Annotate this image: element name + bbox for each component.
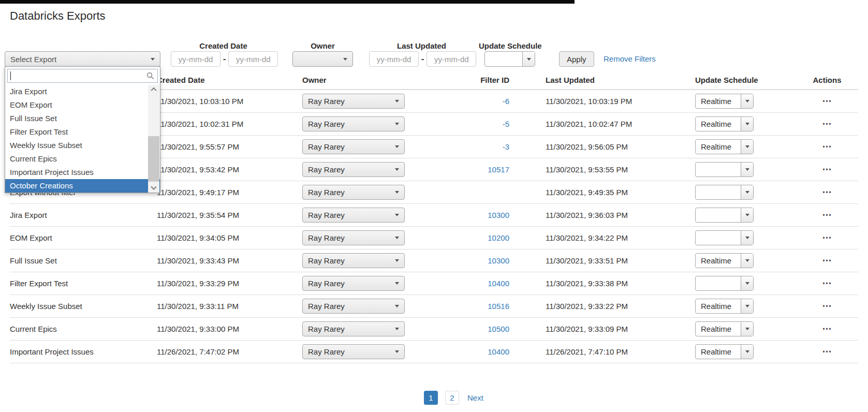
chevron-down-icon: [395, 214, 399, 216]
chevron-down-icon: [395, 168, 399, 171]
update-schedule-value: Realtime: [696, 254, 741, 268]
page-button-1[interactable]: 1: [424, 391, 438, 405]
update-schedule-select[interactable]: Realtime: [695, 321, 754, 336]
update-schedule-select[interactable]: Realtime: [695, 344, 754, 359]
export-option[interactable]: Filter Export Test: [5, 125, 160, 139]
last-updated: 11/30/2021, 9:36:03 PM: [546, 211, 628, 219]
filter-id-link[interactable]: -3: [503, 142, 509, 151]
filter-id-link[interactable]: 10400: [488, 347, 509, 356]
owner-value: Ray Rarey: [308, 325, 345, 333]
owner-select[interactable]: Ray Rarey: [302, 276, 405, 291]
owner-filter-select[interactable]: [292, 51, 353, 67]
row-actions-button[interactable]: ⋯: [822, 346, 832, 357]
export-option[interactable]: Jira Export: [5, 85, 160, 98]
owner-select[interactable]: Ray Rarey: [302, 299, 405, 314]
export-options-list: Jira ExportEOM ExportFull Issue SetFilte…: [5, 85, 160, 193]
export-option[interactable]: Full Issue Set: [5, 112, 160, 125]
owner-select[interactable]: Ray Rarey: [302, 94, 405, 109]
created-date: 11/30/2021, 9:33:00 PM: [157, 325, 239, 333]
row-actions-button[interactable]: ⋯: [822, 323, 832, 334]
export-search-input[interactable]: [7, 69, 158, 83]
owner-select[interactable]: Ray Rarey: [302, 162, 405, 177]
next-page-link[interactable]: Next: [467, 393, 483, 402]
owner-select[interactable]: Ray Rarey: [302, 208, 405, 223]
filter-id-link[interactable]: 10400: [488, 279, 509, 288]
created-date-cell: 11/30/2021, 9:53:42 PM: [157, 158, 302, 181]
filter-id-link[interactable]: -6: [503, 97, 509, 106]
row-actions-button[interactable]: ⋯: [822, 96, 832, 106]
owner-select[interactable]: Ray Rarey: [302, 321, 405, 336]
filter-id-link[interactable]: 10500: [488, 325, 509, 333]
update-schedule-select[interactable]: [695, 162, 754, 177]
export-name: Filter Export Test: [10, 279, 68, 288]
chevron-down-icon: [395, 237, 399, 239]
export-option[interactable]: EOM Export: [5, 98, 160, 112]
update-schedule-value: Realtime: [696, 140, 741, 154]
update-schedule-select[interactable]: [695, 276, 754, 291]
update-schedule-select[interactable]: Realtime: [695, 253, 754, 268]
remove-filters-link[interactable]: Remove Filters: [604, 54, 656, 63]
scroll-down-icon[interactable]: [148, 184, 159, 193]
update-schedule-filter-select[interactable]: [484, 51, 535, 67]
actions-cell: ⋯: [796, 249, 858, 272]
owner-select[interactable]: Ray Rarey: [302, 185, 405, 200]
page-button-2[interactable]: 2: [445, 391, 459, 405]
update-schedule-value: [696, 208, 741, 222]
update-schedule-value: [696, 276, 741, 290]
created-date-from-input[interactable]: [171, 51, 220, 67]
owner-cell: Ray Rarey: [302, 203, 477, 226]
update-schedule-select[interactable]: Realtime: [695, 94, 754, 109]
row-actions-button[interactable]: ⋯: [822, 119, 832, 129]
filter-id-link[interactable]: -5: [503, 120, 509, 128]
row-actions-button[interactable]: ⋯: [822, 187, 832, 197]
dropdown-scrollbar[interactable]: [148, 85, 159, 193]
owner-select[interactable]: Ray Rarey: [302, 253, 405, 268]
export-option[interactable]: Important Project Issues: [5, 166, 160, 179]
last-updated-from-input[interactable]: [369, 51, 419, 67]
select-export-placeholder: Select Export: [10, 55, 56, 64]
row-actions-button[interactable]: ⋯: [822, 278, 832, 288]
update-schedule-select[interactable]: Realtime: [695, 116, 754, 131]
owner-value: Ray Rarey: [308, 233, 345, 242]
row-actions-button[interactable]: ⋯: [822, 164, 832, 174]
export-option[interactable]: Weekly Issue Subset: [5, 139, 160, 152]
created-date-to-input[interactable]: [228, 51, 278, 67]
select-export-dropdown[interactable]: Select Export: [5, 51, 160, 67]
last-updated-range: -: [369, 51, 476, 67]
owner-select[interactable]: Ray Rarey: [302, 116, 405, 131]
owner-value: Ray Rarey: [308, 302, 345, 311]
row-actions-button[interactable]: ⋯: [822, 232, 832, 243]
export-option[interactable]: Current Epics: [5, 152, 160, 166]
update-schedule-select[interactable]: Realtime: [695, 139, 754, 154]
col-header-owner: Owner: [302, 72, 477, 90]
filter-id-link[interactable]: 10300: [488, 211, 509, 219]
export-option[interactable]: October Creations: [5, 179, 160, 193]
row-actions-button[interactable]: ⋯: [822, 255, 832, 266]
created-date: 11/30/2021, 9:53:42 PM: [157, 165, 239, 174]
update-schedule-select[interactable]: [695, 185, 754, 200]
scroll-up-icon[interactable]: [148, 85, 159, 94]
owner-select[interactable]: Ray Rarey: [302, 230, 405, 245]
chevron-down-icon: [395, 328, 399, 330]
filter-id-link[interactable]: 10300: [488, 256, 509, 265]
owner-select[interactable]: Ray Rarey: [302, 139, 405, 154]
export-search-box: [5, 69, 160, 85]
apply-button[interactable]: Apply: [559, 51, 594, 67]
update-schedule-select[interactable]: [695, 208, 754, 223]
row-actions-button[interactable]: ⋯: [822, 210, 832, 220]
update-schedule-select[interactable]: Realtime: [695, 299, 754, 314]
select-export-panel: Jira ExportEOM ExportFull Issue SetFilte…: [5, 66, 160, 193]
chevron-down-icon: [741, 94, 753, 108]
scrollbar-thumb[interactable]: [148, 136, 159, 182]
filter-id-link[interactable]: 10516: [488, 302, 509, 311]
update-schedule-value: [696, 163, 741, 176]
chevron-down-icon: [741, 345, 753, 359]
last-updated-cell: 11/30/2021, 9:33:22 PM: [530, 295, 680, 317]
last-updated-to-input[interactable]: [426, 51, 476, 67]
row-actions-button[interactable]: ⋯: [822, 141, 832, 152]
update-schedule-select[interactable]: [695, 230, 754, 245]
row-actions-button[interactable]: ⋯: [822, 301, 832, 311]
filter-id-link[interactable]: 10517: [488, 165, 509, 174]
filter-id-link[interactable]: 10200: [488, 233, 509, 242]
owner-select[interactable]: Ray Rarey: [302, 344, 405, 359]
